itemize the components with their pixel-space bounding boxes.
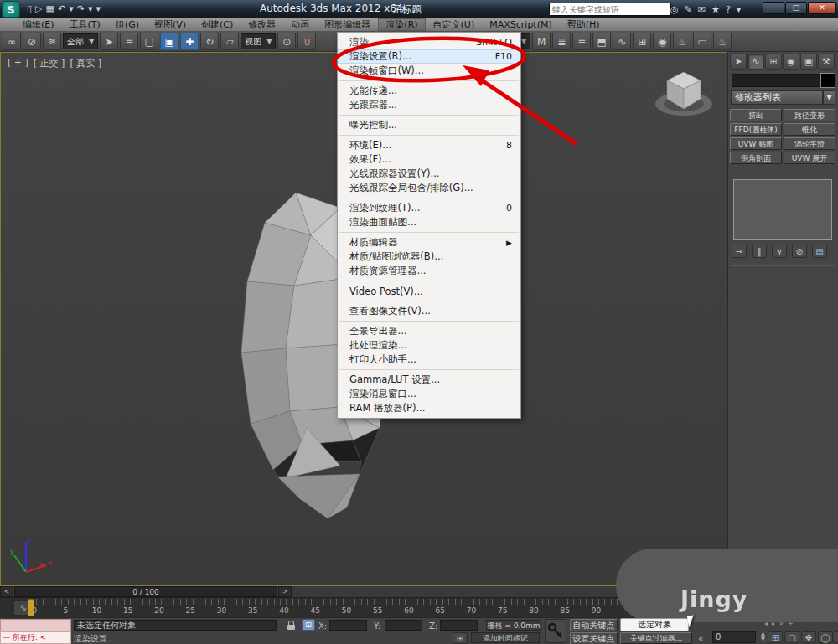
tab-display[interactable]: ▣: [800, 54, 817, 70]
menu-create[interactable]: 创建(C): [194, 18, 241, 31]
viewport-shading[interactable]: [ 真实 ]: [70, 57, 101, 70]
menu-edit[interactable]: 编辑(E): [15, 18, 62, 31]
tab-utilities[interactable]: ⚒: [818, 54, 835, 70]
key-filters-button[interactable]: 关键点过滤器...: [620, 632, 692, 644]
align-icon[interactable]: ≣: [552, 33, 571, 50]
menu-item-gamma-lut-setup[interactable]: Gamma/LUT 设置...: [338, 373, 520, 387]
menu-customize[interactable]: 自定义(U): [426, 18, 483, 31]
y-coordinate-field[interactable]: [385, 620, 422, 631]
modifier-button-uvw-map[interactable]: UVW 贴图: [730, 137, 782, 150]
menu-modifiers[interactable]: 修改器: [241, 18, 283, 31]
menu-item-view-image-file[interactable]: 查看图像文件(V)...: [338, 304, 520, 318]
qat-options-icon[interactable]: ▾: [96, 2, 101, 17]
tab-hierarchy[interactable]: ⊞: [765, 54, 782, 70]
modifier-button-bevel-profile[interactable]: 倒角剖面: [730, 152, 782, 164]
undo-dropdown-icon[interactable]: ▾: [69, 2, 74, 17]
layer-manager-icon[interactable]: ≡: [572, 33, 591, 50]
rendered-frame-window-icon[interactable]: ▭: [693, 33, 711, 50]
menu-item-render-to-texture[interactable]: 渲染到纹理(T)...0: [338, 201, 520, 215]
menu-maxscript[interactable]: MAXScript(M): [482, 18, 560, 31]
current-frame-marker[interactable]: [28, 599, 34, 616]
tab-modify[interactable]: ∿: [747, 54, 764, 70]
selection-lock-toggle[interactable]: [284, 620, 298, 631]
set-key-button[interactable]: 设置关键点: [570, 632, 618, 644]
menu-tools[interactable]: 工具(T): [62, 18, 108, 31]
object-color-swatch[interactable]: [820, 73, 835, 88]
z-coordinate-field[interactable]: [440, 620, 478, 631]
help-dropdown-icon[interactable]: ▾: [737, 4, 742, 15]
menu-item-material-map-browser[interactable]: 材质/贴图浏览器(B)...: [338, 250, 520, 264]
menu-item-batch-render[interactable]: 批处理渲染...: [338, 338, 520, 353]
menu-rendering[interactable]: 渲染(R): [378, 18, 425, 31]
select-and-rotate-icon[interactable]: ↻: [200, 33, 219, 50]
make-unique-icon[interactable]: ∨: [772, 245, 787, 258]
auto-key-button[interactable]: 自动关键点: [570, 619, 618, 631]
keytips-icon[interactable]: ✎: [685, 4, 692, 15]
tab-motion[interactable]: ◉: [783, 54, 799, 70]
viewport-menu[interactable]: [ + ]: [8, 57, 28, 70]
viewport-view-type[interactable]: [ 正交 ]: [34, 57, 65, 70]
menu-item-material-editor[interactable]: 材质编辑器▶: [338, 235, 520, 250]
graphite-ribbon-icon[interactable]: ⬒: [592, 33, 611, 50]
menu-views[interactable]: 视图(V): [147, 18, 194, 31]
time-tag-icon[interactable]: ⊞: [453, 632, 468, 644]
menu-item-effects[interactable]: 效果(F)...: [338, 152, 520, 167]
key-filter-icon[interactable]: [545, 619, 566, 643]
search-input[interactable]: [549, 3, 671, 16]
modifier-button-unwrap-uvw[interactable]: UVW 展开: [784, 152, 835, 164]
modifier-stack[interactable]: [733, 179, 832, 240]
selection-set-dropdown[interactable]: 选定对象: [620, 618, 689, 631]
menu-item-render[interactable]: 渲染Shift+Q: [338, 35, 520, 49]
absolute-mode-toggle-icon[interactable]: ⊡: [302, 619, 315, 631]
minimize-button[interactable]: –: [763, 2, 784, 14]
menu-item-radiosity[interactable]: 光能传递...: [338, 84, 520, 98]
viewcube[interactable]: [646, 64, 722, 122]
favorites-icon[interactable]: ★: [711, 4, 720, 15]
menu-item-render-surface-map[interactable]: 渲染曲面贴图...: [338, 215, 520, 229]
track-prev-button[interactable]: <: [0, 586, 13, 597]
pan-hand-icon[interactable]: ✥: [801, 631, 816, 643]
communication-center-icon[interactable]: ✉: [698, 4, 706, 15]
add-time-tag[interactable]: 添加时间标记: [471, 632, 540, 643]
menu-item-panorama-exporter[interactable]: 全景导出器...: [338, 324, 520, 338]
menu-item-material-explorer[interactable]: 材质资源管理器...: [338, 264, 520, 278]
application-menu-icon[interactable]: S: [2, 1, 20, 18]
modifier-button-taper[interactable]: 锥化: [784, 123, 835, 136]
menu-group[interactable]: 组(G): [108, 18, 147, 31]
menu-item-environment[interactable]: 环境(E)...8: [338, 138, 520, 152]
material-editor-icon[interactable]: ◉: [653, 33, 671, 50]
modifier-button-extrude[interactable]: 挤出: [730, 109, 782, 121]
curve-editor-icon[interactable]: ∿: [613, 33, 631, 50]
maxscript-listener-line[interactable]: — 所在行: <: [0, 631, 71, 644]
configure-modifier-sets-icon[interactable]: ▤: [812, 245, 827, 258]
zoom-region-icon[interactable]: ▢: [784, 631, 799, 643]
object-name-field[interactable]: [732, 74, 820, 87]
unlink-selection-icon[interactable]: ⊘: [23, 33, 41, 50]
maximize-button[interactable]: □: [785, 2, 807, 14]
x-coordinate-field[interactable]: [329, 620, 367, 631]
render-setup-icon[interactable]: ♨: [673, 33, 691, 50]
tab-create[interactable]: ➤: [730, 54, 747, 70]
menu-item-render-message-window[interactable]: 渲染消息窗口...: [338, 387, 520, 401]
menu-item-video-post[interactable]: Video Post(V)...: [338, 284, 520, 298]
remove-modifier-icon[interactable]: ⊘: [792, 245, 807, 258]
selection-filter-dropdown-arrow-icon[interactable]: ▼: [89, 38, 94, 45]
redo-icon[interactable]: ↷: [77, 2, 85, 17]
window-crossing-icon[interactable]: ▣: [160, 33, 178, 50]
select-by-name-icon[interactable]: ≡: [120, 33, 138, 50]
zoom-extents-icon[interactable]: ⊞: [768, 631, 783, 643]
schematic-view-icon[interactable]: ⊞: [633, 33, 651, 50]
maximize-viewport-toggle-icon[interactable]: ◱: [835, 631, 838, 643]
menu-animation[interactable]: 动画: [283, 18, 317, 31]
select-and-scale-icon[interactable]: ▱: [220, 33, 239, 50]
menu-item-raytracer-settings[interactable]: 光线跟踪器设置(Y)...: [338, 167, 520, 181]
maxscript-mini-listener[interactable]: [0, 619, 71, 631]
select-and-link-icon[interactable]: ∞: [3, 33, 21, 50]
menu-graph-editors[interactable]: 图形编辑器: [317, 18, 378, 31]
modifier-button-turbosmooth[interactable]: 涡轮平滑: [784, 137, 835, 150]
menu-item-raytrace-global-include-exclude[interactable]: 光线跟踪全局包含/排除(G)...: [338, 181, 520, 195]
snap-toggle-icon[interactable]: ∪: [297, 33, 316, 50]
help-icon[interactable]: ?: [726, 4, 731, 15]
menu-item-render-setup[interactable]: 渲染设置(R)...F10: [338, 49, 520, 64]
named-selection-sets-dropdown-arrow-icon[interactable]: ▼: [521, 38, 526, 45]
